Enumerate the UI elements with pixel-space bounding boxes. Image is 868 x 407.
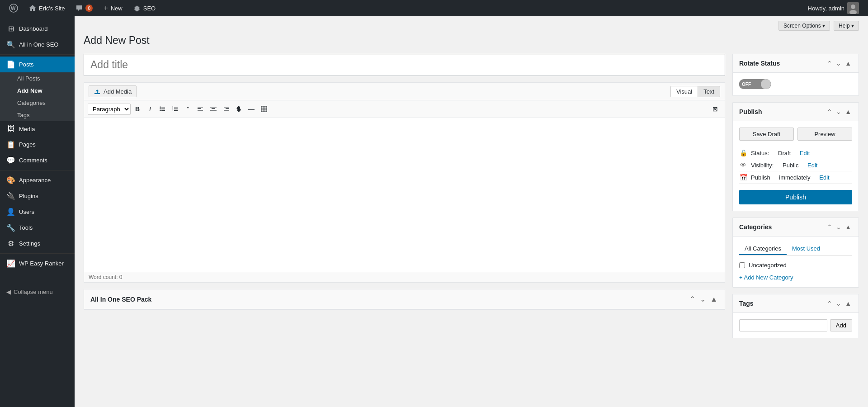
aioseo-controls: ⌃ ⌄ ▲ xyxy=(689,294,718,304)
site-name-item[interactable]: Eric's Site xyxy=(24,0,69,16)
ul-btn[interactable] xyxy=(157,103,169,115)
visibility-edit-link[interactable]: Edit xyxy=(807,162,817,169)
uncategorized-checkbox[interactable] xyxy=(739,262,745,268)
comments-item[interactable]: 0 xyxy=(71,0,97,16)
collapse-menu-btn[interactable]: ◀ Collapse menu xyxy=(0,285,75,299)
more-btn[interactable]: — xyxy=(245,103,257,115)
aioseo-close[interactable]: ▲ xyxy=(709,294,718,304)
howdy-text: Howdy, admin xyxy=(808,5,844,12)
sidebar-item-tools[interactable]: 🔧 Tools xyxy=(0,220,75,236)
help-btn[interactable]: Help ▾ xyxy=(834,21,859,31)
expand-btn[interactable]: ⊠ xyxy=(709,103,721,115)
rotate-status-body: OFF xyxy=(733,73,859,95)
settings-label: Settings xyxy=(19,240,40,247)
sidebar-item-settings[interactable]: ⚙ Settings xyxy=(0,236,75,251)
categories-toggle-panel[interactable]: ▲ xyxy=(844,222,852,232)
svg-point-10 xyxy=(160,110,160,111)
categories-collapse-down[interactable]: ⌄ xyxy=(835,222,842,232)
svg-text:W: W xyxy=(11,5,16,11)
tab-most-used[interactable]: Most Used xyxy=(787,243,826,255)
sidebar-item-comments[interactable]: 💬 Comments xyxy=(0,152,75,168)
publish-time-edit-link[interactable]: Edit xyxy=(819,174,829,181)
tab-all-categories[interactable]: All Categories xyxy=(739,243,787,255)
rotate-toggle[interactable]: OFF xyxy=(739,79,771,89)
rotate-status-title: Rotate Status xyxy=(739,60,780,67)
tags-body: Add xyxy=(733,313,859,338)
tags-input-row: Add xyxy=(739,319,852,331)
aioseo-collapse-up[interactable]: ⌃ xyxy=(689,294,696,304)
publish-btn[interactable]: Publish xyxy=(739,190,852,204)
new-content-item[interactable]: + New xyxy=(99,0,127,16)
sidebar-item-media[interactable]: 🖼 Media xyxy=(0,121,75,137)
tags-panel: Tags ⌃ ⌄ ▲ Add xyxy=(732,294,859,338)
table-btn[interactable] xyxy=(258,103,270,115)
add-media-btn[interactable]: Add Media xyxy=(89,85,137,97)
tags-collapse-down[interactable]: ⌄ xyxy=(835,299,842,308)
sidebar-item-pages[interactable]: 📋 Pages xyxy=(0,137,75,152)
rotate-toggle-panel[interactable]: ▲ xyxy=(844,59,852,68)
publish-toggle-panel[interactable]: ▲ xyxy=(844,107,852,116)
ol-btn[interactable]: 123 xyxy=(170,103,181,115)
link-btn[interactable] xyxy=(233,103,245,115)
submenu-add-new[interactable]: Add New xyxy=(0,85,75,97)
sidebar-item-appearance[interactable]: 🎨 Appearance xyxy=(0,172,75,188)
submenu-categories[interactable]: Categories xyxy=(0,97,75,109)
svg-rect-26 xyxy=(261,106,267,112)
align-center-btn[interactable] xyxy=(208,103,219,115)
svg-rect-18 xyxy=(198,109,201,109)
sidebar-item-dashboard[interactable]: ⊞ Dashboard xyxy=(0,21,75,37)
svg-rect-6 xyxy=(161,109,165,109)
sidebar-item-users[interactable]: 👤 Users xyxy=(0,204,75,220)
comment-icon xyxy=(75,5,83,12)
publish-collapse-down[interactable]: ⌄ xyxy=(835,107,842,116)
tags-add-btn[interactable]: Add xyxy=(830,319,852,331)
post-main: Add Media Visual Text Paragraph B I xyxy=(84,54,725,345)
sidebar-item-plugins[interactable]: 🔌 Plugins xyxy=(0,188,75,204)
submenu-all-posts[interactable]: All Posts xyxy=(0,72,75,85)
status-edit-link[interactable]: Edit xyxy=(800,150,810,156)
ol-icon: 123 xyxy=(172,106,179,112)
submenu-tags[interactable]: Tags xyxy=(0,109,75,121)
admin-sidebar: ⊞ Dashboard 🔍 All in One SEO 📄 Posts All… xyxy=(0,16,75,407)
seo-item[interactable]: SEO xyxy=(129,0,160,16)
save-draft-btn[interactable]: Save Draft xyxy=(739,128,794,141)
posts-icon: 📄 xyxy=(6,60,15,69)
wp-logo-item[interactable]: W xyxy=(5,0,23,16)
add-new-category-link[interactable]: + Add New Category xyxy=(739,274,852,281)
uncategorized-label: Uncategorized xyxy=(749,262,787,269)
tags-toggle-panel[interactable]: ▲ xyxy=(844,299,852,308)
tools-label: Tools xyxy=(19,224,33,231)
sidebar-item-posts[interactable]: 📄 Posts xyxy=(0,57,75,72)
screen-options-btn[interactable]: Screen Options ▾ xyxy=(778,21,830,31)
publish-collapse-up[interactable]: ⌃ xyxy=(826,107,833,116)
howdy-item[interactable]: Howdy, admin xyxy=(803,0,863,16)
post-sidebar: Rotate Status ⌃ ⌄ ▲ OFF xyxy=(732,54,859,345)
tags-input[interactable] xyxy=(739,319,827,331)
categories-collapse-up[interactable]: ⌃ xyxy=(826,222,833,232)
format-select[interactable]: Paragraph xyxy=(88,104,131,115)
sidebar-item-wp-easy-ranker[interactable]: 📈 WP Easy Ranker xyxy=(0,256,75,271)
preview-btn[interactable]: Preview xyxy=(797,128,852,141)
sidebar-item-aioseo[interactable]: 🔍 All in One SEO xyxy=(0,37,75,52)
tags-collapse-up[interactable]: ⌃ xyxy=(826,299,833,308)
align-left-btn[interactable] xyxy=(195,103,207,115)
align-right-btn[interactable] xyxy=(220,103,232,115)
editor-wrap: Add Media Visual Text Paragraph B I xyxy=(84,82,725,283)
editor-content-area[interactable] xyxy=(84,118,725,272)
visibility-icon: 👁 xyxy=(739,161,747,169)
aioseo-pack-header[interactable]: All In One SEO Pack ⌃ ⌄ ▲ xyxy=(84,289,725,309)
aioseo-collapse-down[interactable]: ⌄ xyxy=(699,294,707,304)
blockquote-btn[interactable]: " xyxy=(182,103,194,115)
categories-body: All Categories Most Used Uncategorized +… xyxy=(733,237,859,287)
rotate-collapse-down[interactable]: ⌄ xyxy=(835,59,842,68)
tab-visual[interactable]: Visual xyxy=(670,86,698,97)
italic-btn[interactable]: I xyxy=(144,103,156,115)
post-title-input[interactable] xyxy=(84,54,725,76)
tab-text[interactable]: Text xyxy=(698,86,720,97)
categories-tabs: All Categories Most Used xyxy=(739,243,852,256)
appearance-icon: 🎨 xyxy=(6,176,15,185)
rotate-collapse-up[interactable]: ⌃ xyxy=(826,59,833,68)
bold-btn[interactable]: B xyxy=(132,103,143,115)
svg-text:3: 3 xyxy=(172,109,174,112)
seo-label: SEO xyxy=(143,5,156,12)
